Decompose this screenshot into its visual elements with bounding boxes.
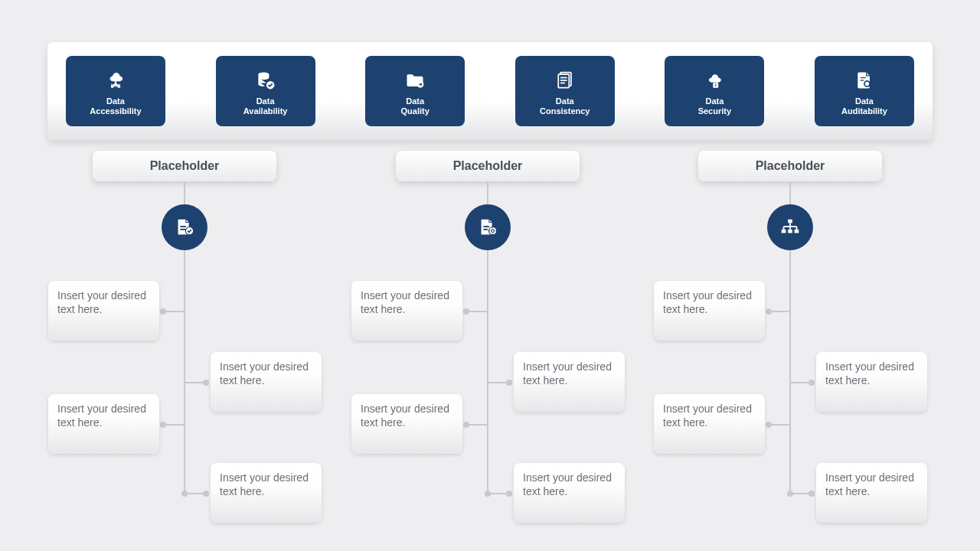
diagram-canvas: DataAccessibility DataAvailability DataQ…: [0, 0, 980, 551]
connector-line: [487, 250, 488, 495]
connector-line: [184, 250, 185, 495]
pillar-label: DataSecurity: [698, 96, 731, 116]
pillar-security: DataSecurity: [665, 56, 764, 126]
connector-line: [769, 424, 790, 425]
section-header-3: Placeholder: [698, 151, 882, 181]
connector-dot: [808, 491, 815, 497]
section-icon-3: [767, 204, 813, 250]
connector-dot: [160, 308, 166, 315]
svg-rect-25: [483, 229, 488, 230]
folder-arrow-icon: [403, 69, 426, 92]
connector-dot: [463, 422, 469, 428]
pillar-label: DataAvailability: [243, 96, 288, 116]
cloud-lock-icon: [703, 69, 726, 92]
note-box: Insert your desired text here.: [816, 463, 927, 523]
connector-line: [184, 181, 185, 204]
svg-rect-39: [788, 230, 792, 233]
svg-point-26: [488, 227, 496, 235]
connector-line: [789, 181, 791, 204]
note-box: Insert your desired text here.: [351, 281, 462, 341]
svg-rect-24: [483, 226, 489, 227]
pillar-auditability: DataAuditability: [815, 56, 914, 126]
note-box: Insert your desired text here.: [514, 463, 625, 523]
connector-dot: [203, 491, 209, 497]
org-chart-icon: [779, 216, 802, 239]
connector-dot: [506, 380, 512, 386]
note-box: Insert your desired text here.: [48, 281, 159, 341]
note-box: Insert your desired text here.: [351, 394, 462, 454]
pillar-label: DataAccessibility: [90, 96, 141, 116]
doc-gear-icon: [476, 216, 499, 239]
connector-line: [487, 181, 488, 204]
svg-rect-0: [111, 86, 114, 88]
connector-line: [163, 311, 185, 312]
pillars-banner: DataAccessibility DataAvailability DataQ…: [47, 42, 933, 140]
connector-dot: [766, 422, 772, 428]
note-box: Insert your desired text here.: [211, 463, 322, 523]
pillar-label: DataConsistency: [540, 96, 590, 116]
connector-dot: [808, 380, 815, 386]
note-box: Insert your desired text here.: [211, 352, 322, 412]
pillar-availability: DataAvailability: [216, 56, 315, 126]
connector-dot: [485, 491, 491, 497]
connector-dot: [463, 308, 469, 315]
section-header-1: Placeholder: [93, 151, 276, 181]
connector-dot: [203, 380, 209, 386]
svg-rect-21: [180, 226, 186, 227]
note-box: Insert your desired text here.: [654, 281, 765, 341]
cloud-network-icon: [104, 69, 127, 92]
svg-rect-38: [782, 230, 786, 233]
connector-line: [466, 424, 488, 425]
note-box: Insert your desired text here.: [816, 352, 927, 412]
connector-dot: [506, 491, 512, 497]
section-header-2: Placeholder: [396, 151, 580, 181]
pillar-label: DataQuality: [401, 96, 430, 116]
note-box: Insert your desired text here.: [48, 394, 159, 454]
note-box: Insert your desired text here.: [654, 394, 765, 454]
document-search-icon: [853, 69, 876, 92]
svg-rect-22: [180, 229, 186, 230]
connector-line: [789, 250, 791, 495]
pillar-label: DataAuditability: [841, 96, 887, 116]
connector-dot: [787, 491, 793, 497]
connector-line: [769, 311, 790, 312]
documents-icon: [554, 69, 577, 92]
connector-dot: [160, 422, 166, 428]
connector-dot: [766, 308, 772, 315]
section-icon-1: [162, 204, 207, 250]
svg-rect-1: [118, 86, 121, 88]
database-check-icon: [254, 69, 277, 92]
svg-point-16: [715, 84, 717, 86]
note-box: Insert your desired text here.: [514, 352, 625, 412]
connector-line: [163, 424, 185, 425]
svg-rect-40: [795, 230, 799, 233]
doc-check-icon: [173, 216, 196, 239]
pillar-quality: DataQuality: [365, 56, 465, 126]
section-icon-2: [465, 204, 511, 250]
pillar-consistency: DataConsistency: [515, 56, 615, 126]
svg-rect-32: [788, 220, 792, 223]
connector-line: [466, 311, 488, 312]
connector-dot: [181, 491, 188, 497]
pillar-accessibility: DataAccessibility: [66, 56, 165, 126]
